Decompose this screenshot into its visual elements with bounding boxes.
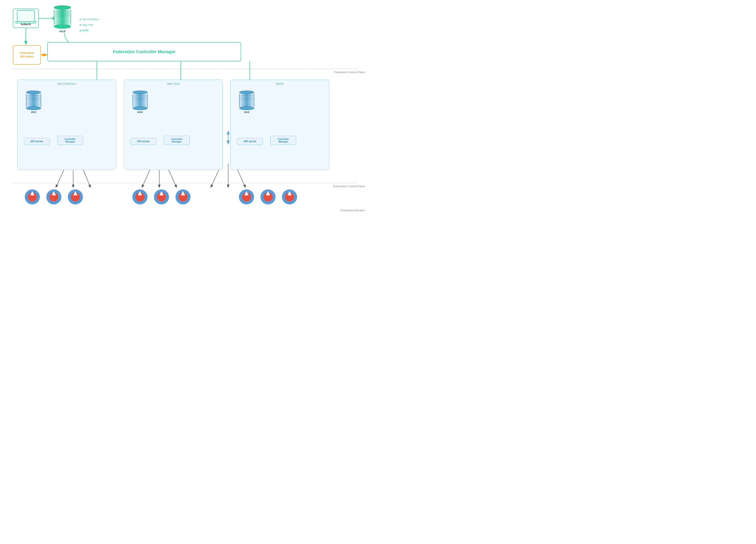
kubectl-box: kubectl <box>13 9 39 28</box>
workers-sf <box>25 189 83 205</box>
etcd-ny-cylinder: etcd <box>133 91 148 114</box>
cluster-sf-label: San Francisco <box>17 82 116 85</box>
etcd-ny-label: etcd <box>138 111 143 114</box>
svg-rect-24 <box>18 11 33 20</box>
federation-api-label: FederationAPI server <box>20 51 34 59</box>
etcd-locations: San Francisco New York Berlin <box>80 17 99 33</box>
federation-plane-label: Federation Control Plane <box>334 71 365 74</box>
cm-berlin-label: ControllerManager <box>278 138 289 143</box>
worker-sf-2 <box>46 189 61 205</box>
etcd-sf-label: etcd <box>31 111 36 114</box>
loc-ny: New York <box>82 23 93 28</box>
distributed-workers-label: Distributed Workers <box>341 209 365 212</box>
etcd-cylinder-top: etcd <box>54 5 71 33</box>
etcd-sf-cylinder: etcd <box>26 91 41 114</box>
workers-berlin <box>239 189 297 205</box>
cm-sf: ControllerManager <box>57 136 83 145</box>
worker-berlin-3 <box>282 189 297 205</box>
cm-berlin: ControllerManager <box>270 136 296 145</box>
cluster-ny-label: New York <box>124 82 223 85</box>
api-server-sf: API server <box>24 138 50 145</box>
workers-ny <box>132 189 191 205</box>
worker-ny-1 <box>132 189 147 205</box>
etcd-sf: etcd <box>26 91 41 114</box>
etcd-top: etcd <box>54 5 71 33</box>
cluster-ny: New York etcd API server ControllerManag… <box>124 80 223 170</box>
etcd-berlin: etcd <box>239 91 254 114</box>
etcd-top-label: etcd <box>59 29 66 33</box>
api-server-ny: API server <box>130 138 156 145</box>
etcd-berlin-label: etcd <box>244 111 249 114</box>
cm-ny: ControllerManager <box>164 136 190 145</box>
diagram: kubectl etcd San Francisco New York Berl… <box>0 0 378 272</box>
etcd-ny: etcd <box>133 91 148 114</box>
api-server-berlin: API server <box>237 138 263 145</box>
cluster-berlin: Berlin etcd API server ControllerManager <box>230 80 329 170</box>
cm-sf-label: ControllerManager <box>65 138 76 143</box>
etcd-berlin-cylinder: etcd <box>239 91 254 114</box>
laptop-icon <box>15 9 37 24</box>
loc-berlin: Berlin <box>82 28 89 33</box>
federation-cm-label: Federation Controller Manager <box>113 49 175 54</box>
kubernetes-plane-label: Kubernetes Control Plane <box>333 185 365 188</box>
worker-ny-2 <box>154 189 169 205</box>
kubectl-label: kubectl <box>21 23 31 26</box>
worker-sf-3 <box>68 189 83 205</box>
cluster-sf: San Francisco etcd API server Controller… <box>17 80 116 170</box>
loc-sf: San Francisco <box>82 17 99 22</box>
worker-berlin-2 <box>260 189 276 205</box>
worker-sf-1 <box>25 189 40 205</box>
federation-api-box: FederationAPI server <box>13 45 41 65</box>
cm-ny-label: ControllerManager <box>171 138 183 143</box>
cluster-berlin-label: Berlin <box>231 82 329 85</box>
federation-cm-box: Federation Controller Manager <box>47 42 241 61</box>
worker-berlin-1 <box>239 189 254 205</box>
worker-ny-3 <box>175 189 191 205</box>
